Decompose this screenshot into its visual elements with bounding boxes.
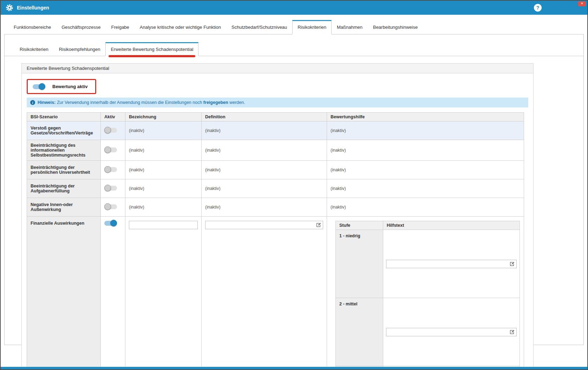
main-tab-funktionsbereiche[interactable]: Funktionsbereiche — [8, 20, 56, 34]
stufe-header-row: Stufe Hilfstext — [336, 221, 520, 230]
panel-title: Erweiterte Bewertung Schadenspotential — [22, 64, 533, 73]
hint-bold-word: freigegeben — [203, 100, 228, 105]
stufe-row: 1 - niedrig — [336, 230, 520, 298]
bezeichnung-input[interactable] — [129, 221, 198, 229]
sub-tab-risikokriterien[interactable]: Risikokriterien — [14, 42, 54, 56]
definition-value: (inaktiv) — [202, 121, 327, 140]
stufe-row: 2 - mittel — [336, 298, 520, 366]
main-tab-schutzbedarf[interactable]: Schutzbedarf/Schutzniveau — [226, 20, 292, 34]
scenario-toggle[interactable] — [104, 147, 117, 152]
definition-value: (inaktiv) — [202, 198, 327, 217]
scenario-toggle[interactable] — [104, 128, 117, 133]
hint-text-after: werden. — [229, 100, 245, 105]
toggle-knob — [104, 203, 111, 210]
definition-value: (inaktiv) — [202, 161, 327, 179]
scenario-toggle[interactable] — [104, 186, 117, 191]
toggle-knob — [104, 185, 111, 191]
bezeichnung-value: (inaktiv) — [125, 198, 202, 217]
close-icon[interactable]: ✕ — [578, 1, 586, 6]
finanzielle-toggle[interactable] — [104, 221, 117, 226]
bezeichnung-value: (inaktiv) — [125, 179, 202, 198]
erweiterte-bewertung-panel: Erweiterte Bewertung Schadenspotential B… — [21, 63, 534, 370]
stufe-label: 1 - niedrig — [336, 230, 383, 298]
bezeichnung-value: (inaktiv) — [125, 121, 202, 140]
toggle-knob — [104, 146, 111, 153]
table-row: Beeinträchtigung der persönlichen Unvers… — [27, 161, 524, 179]
bottom-accent-bar — [1, 367, 587, 369]
red-annotation-box: Bewertung aktiv — [27, 79, 96, 94]
table-row: Beeinträchtigung des informationellen Se… — [27, 140, 524, 161]
hilfstext-input[interactable] — [386, 328, 517, 336]
bezeichnung-value: (inaktiv) — [125, 161, 202, 179]
bewertungshilfe-value: (inaktiv) — [327, 161, 524, 179]
panel-body: Bewertung aktiv i Hinweis: Zur Verwendun… — [22, 73, 533, 370]
main-tab-freigabe[interactable]: Freigabe — [106, 20, 135, 34]
bewertungshilfe-value: (inaktiv) — [327, 179, 524, 198]
table-row: Beeinträchtigung der Aufgabenerfüllung (… — [27, 179, 524, 198]
main-tab-massnahmen[interactable]: Maßnahmen — [332, 20, 368, 34]
hint-bar: i Hinweis: Zur Verwendung innerhalb der … — [27, 98, 528, 107]
help-icon[interactable]: ? — [534, 4, 542, 12]
toggle-knob — [104, 127, 111, 133]
header-bewertungshilfe: Bewertungshilfe — [327, 113, 524, 121]
scenario-label: Beeinträchtigung der Aufgabenerfüllung — [27, 179, 101, 198]
header-stufe: Stufe — [336, 221, 383, 230]
info-icon: i — [30, 100, 35, 105]
header-hilfstext: Hilfstext — [383, 221, 520, 230]
definition-value: (inaktiv) — [202, 179, 327, 198]
toggle-knob — [104, 166, 111, 173]
stufe-label: 2 - mittel — [336, 298, 383, 366]
gear-icon — [6, 4, 13, 12]
scenario-label: Beeinträchtigung der persönlichen Unvers… — [27, 161, 101, 179]
hint-text-before: Zur Verwendung innerhalb der Anwendung m… — [57, 100, 202, 105]
bewertungshilfe-value: (inaktiv) — [327, 198, 524, 217]
definition-input[interactable] — [205, 221, 323, 229]
scenario-toggle[interactable] — [104, 167, 117, 172]
hilfstext-input-wrap — [386, 328, 517, 336]
table-row: Negative Innen-oder Außenwirkung (inakti… — [27, 198, 524, 217]
header-bsi-szenario: BSI-Szenario — [27, 113, 101, 121]
table-row-finanzielle-auswirkungen: Finanzielle Auswirkungen — [27, 217, 524, 370]
bewertung-aktiv-label: Bewertung aktiv — [52, 84, 87, 89]
scenario-label: Verstoß gegen Gesetze/Vorschriften/Vertr… — [27, 121, 101, 140]
stufe-table: Stufe Hilfstext 1 - niedrig — [335, 221, 520, 370]
sub-tab-bar: Risikokriterien Risikoempfehlungen Erwei… — [5, 42, 583, 56]
scenario-label: Beeinträchtigung des informationellen Se… — [27, 140, 101, 161]
header-definition: Definition — [202, 113, 327, 121]
hint-label: Hinweis: — [38, 100, 55, 105]
definition-input-wrap — [205, 221, 323, 229]
hilfstext-input-wrap — [386, 260, 517, 268]
titlebar: Einstellungen ? — [1, 1, 587, 15]
table-row: Verstoß gegen Gesetze/Vorschriften/Vertr… — [27, 121, 524, 140]
scenario-label: Negative Innen-oder Außenwirkung — [27, 198, 101, 217]
bewertungshilfe-value: (inaktiv) — [327, 140, 524, 161]
window-title: Einstellungen — [17, 5, 49, 11]
tabs-wrap: Funktionsbereiche Geschäftsprozesse Frei… — [4, 20, 584, 345]
risikokriterien-panel: Risikokriterien Risikoempfehlungen Erwei… — [4, 34, 584, 345]
sub-tab-risikoempfehlungen[interactable]: Risikoempfehlungen — [54, 42, 106, 56]
main-tab-risikokriterien[interactable]: Risikokriterien — [292, 20, 332, 34]
bewertungshilfe-value: (inaktiv) — [327, 121, 524, 140]
main-tab-geschaeftsprozesse[interactable]: Geschäftsprozesse — [56, 20, 106, 34]
main-tab-bearbeitungshinweise[interactable]: Bearbeitungshinweise — [368, 20, 423, 34]
hint-text: Hinweis: Zur Verwendung innerhalb der An… — [38, 100, 245, 105]
bezeichnung-value: (inaktiv) — [125, 140, 202, 161]
toggle-knob — [39, 83, 45, 90]
bewertung-aktiv-toggle[interactable] — [33, 84, 45, 89]
header-aktiv: Aktiv — [101, 113, 125, 121]
main-tab-bar: Funktionsbereiche Geschäftsprozesse Frei… — [4, 20, 584, 34]
header-bezeichnung: Bezeichnung — [125, 113, 202, 121]
scenario-label: Finanzielle Auswirkungen — [27, 217, 101, 370]
main-tab-analyse-kritische-funktion[interactable]: Analyse kritische oder wichtige Funktion — [135, 20, 226, 34]
definition-value: (inaktiv) — [202, 140, 327, 161]
bsi-szenario-table: BSI-Szenario Aktiv Bezeichnung Definitio… — [27, 112, 524, 370]
settings-window: Einstellungen ? ✕ Funktionsbereiche Gesc… — [0, 0, 588, 370]
table-header-row: BSI-Szenario Aktiv Bezeichnung Definitio… — [27, 113, 524, 121]
hilfstext-input[interactable] — [386, 260, 517, 268]
sub-tab-label: Erweiterte Bewertung Schadenspotential — [111, 47, 193, 52]
toggle-knob — [110, 220, 117, 226]
sub-tab-erweiterte-bewertung[interactable]: Erweiterte Bewertung Schadenspotential — [105, 42, 198, 56]
red-underline-annotation — [109, 55, 195, 57]
scenario-toggle[interactable] — [104, 204, 117, 209]
